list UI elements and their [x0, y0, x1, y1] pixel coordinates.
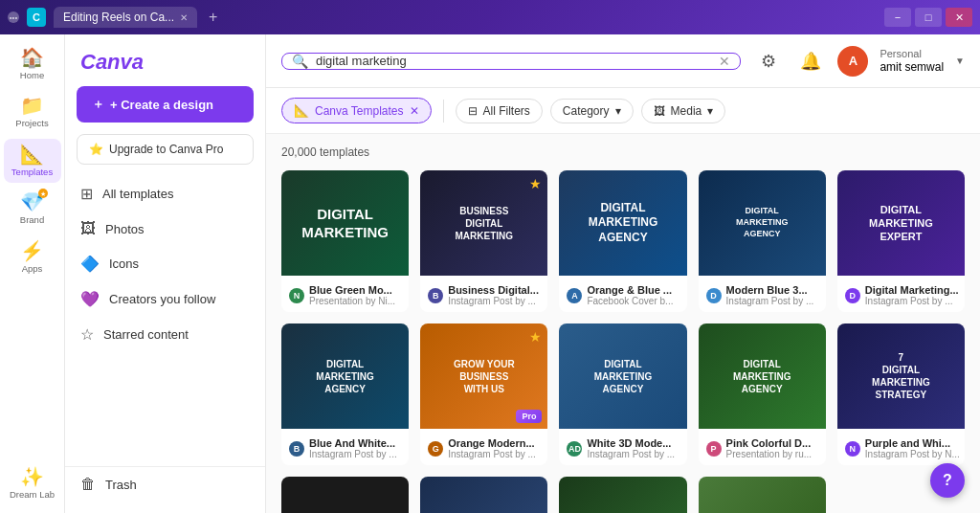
templates-grid: DIGITALMARKETING N Blue Green Mo... Pres… — [281, 170, 965, 513]
brand-icon: 💎 ★ — [20, 192, 44, 212]
main-content: 🔍 ✕ ⚙ 🔔 A Personal amit semwal ▼ 📐 Canva… — [266, 34, 980, 513]
sidebar-item-templates[interactable]: 📐 Templates — [4, 139, 61, 183]
card-avatar: N — [289, 288, 304, 303]
projects-icon: 📁 — [20, 96, 44, 115]
card-avatar: AD — [567, 441, 582, 457]
dreamlab-icon: ✨ — [20, 467, 44, 486]
home-icon: 🏠 — [20, 48, 44, 67]
category-filter[interactable]: Category ▾ — [550, 99, 634, 123]
media-chevron-icon: ▾ — [707, 104, 713, 118]
new-tab-button[interactable]: + — [209, 9, 217, 26]
avatar[interactable]: A — [837, 46, 868, 77]
filter-bar: 📐 Canva Templates ✕ ⊟ All Filters Catego… — [266, 88, 980, 134]
templates-icon: 📐 — [20, 145, 44, 164]
starred-icon: ★ — [529, 329, 542, 345]
all-filters-button[interactable]: ⊟ All Filters — [456, 99, 543, 123]
filter-sliders-icon: ⊟ — [468, 104, 478, 118]
template-card[interactable]: 7DigitalMarketingStrategy N Purple and W… — [837, 323, 965, 465]
category-chevron-icon: ▾ — [615, 104, 621, 118]
trash-item[interactable]: 🗑 Trash — [65, 466, 265, 502]
sidebar-item-apps[interactable]: ⚡ Apps — [4, 235, 61, 279]
panel: Canva ＋ + Create a design ⭐ Upgrade to C… — [65, 34, 266, 513]
template-card[interactable]: DigitalMarketingAgency AD White 3D Mode.… — [559, 323, 686, 465]
browser-menu[interactable]: ••• — [8, 11, 19, 23]
maximize-button[interactable]: □ — [915, 8, 942, 27]
template-card[interactable]: DIGITALMARKETING N Blue Green Mo... Pres… — [281, 170, 409, 312]
browser-logo-icon: C — [27, 8, 46, 27]
panel-item-creators[interactable]: 💜 Creators you follow — [65, 281, 265, 317]
sidebar-item-brand[interactable]: 💎 ★ Brand — [4, 187, 61, 231]
template-card[interactable]: Green Elegant JR Green Elegant... Instag… — [699, 477, 826, 513]
search-icon: 🔍 — [292, 54, 308, 69]
filter-divider — [443, 100, 444, 123]
template-card[interactable]: RELAX. O Orange Modern... Instagram Post… — [281, 477, 409, 513]
close-tab-button[interactable]: ✕ — [180, 12, 188, 23]
sidebar: 🏠 Home 📁 Projects 📐 Templates 💎 ★ Brand … — [0, 34, 65, 513]
star-icon: ⭐ — [89, 143, 103, 156]
grid-icon: ⊞ — [80, 185, 93, 203]
tab-label: Editing Reels on Ca... — [63, 11, 174, 24]
panel-item-icons[interactable]: 🔷 Icons — [65, 246, 265, 281]
canva-templates-filter[interactable]: 📐 Canva Templates ✕ — [281, 98, 432, 123]
card-avatar: B — [428, 288, 443, 303]
sidebar-item-home[interactable]: 🏠 Home — [4, 42, 61, 86]
sidebar-item-projects[interactable]: 📁 Projects — [4, 90, 61, 134]
trash-icon: 🗑 — [80, 476, 96, 493]
template-card[interactable]: DIGITALMARKETINGAGENCY P Pink Colorful D… — [699, 323, 826, 465]
search-input[interactable] — [316, 54, 711, 68]
card-avatar: G — [428, 441, 443, 457]
notifications-button[interactable]: 🔔 — [795, 46, 826, 77]
header-right: ⚙ 🔔 A Personal amit semwal ▼ — [753, 46, 965, 77]
create-design-button[interactable]: ＋ + Create a design — [77, 86, 254, 123]
creators-icon: 💜 — [80, 290, 100, 308]
star-menu-icon: ☆ — [80, 325, 94, 344]
minimize-button[interactable]: − — [884, 8, 911, 27]
panel-item-starred[interactable]: ☆ Starred content — [65, 317, 265, 352]
remove-filter-button[interactable]: ✕ — [410, 104, 419, 118]
template-card[interactable]: GROW YOURBUSINESSWITH US ★ Pro G Orange … — [420, 323, 547, 465]
active-tab[interactable]: Editing Reels on Ca... ✕ — [54, 7, 197, 28]
panel-item-all-templates[interactable]: ⊞ All templates — [65, 176, 265, 212]
app-container: 🏠 Home 📁 Projects 📐 Templates 💎 ★ Brand … — [0, 34, 980, 513]
icons-icon: 🔷 — [80, 255, 100, 273]
search-bar[interactable]: 🔍 ✕ — [281, 53, 741, 70]
media-filter[interactable]: 🖼 Media ▾ — [641, 99, 726, 123]
template-card[interactable]: DIGITALMARKETINGAGENCY D Modern Blue 3..… — [699, 170, 826, 312]
canva-templates-icon: 📐 — [294, 103, 309, 118]
settings-button[interactable]: ⚙ — [753, 46, 784, 77]
template-card[interactable]: DigitalMarketing D Digital Marketing Ins… — [559, 477, 686, 513]
pro-badge: Pro — [516, 410, 542, 423]
help-button[interactable]: ? — [930, 463, 965, 498]
card-avatar: N — [845, 441, 860, 457]
card-avatar: D — [706, 288, 722, 303]
photos-icon: 🖼 — [80, 220, 96, 237]
results-count: 20,000 templates — [281, 145, 965, 159]
user-menu-chevron[interactable]: ▼ — [955, 56, 965, 66]
panel-item-photos[interactable]: 🖼 Photos — [65, 212, 265, 246]
clear-search-button[interactable]: ✕ — [719, 54, 730, 69]
template-card[interactable]: DigitalMarketingAgency A Orange & Blue .… — [559, 170, 686, 312]
card-avatar: P — [706, 441, 722, 457]
user-info[interactable]: Personal amit semwal — [880, 47, 944, 76]
content-area: 20,000 templates DIGITALMARKETING N Blue… — [266, 134, 980, 513]
upgrade-button[interactable]: ⭐ Upgrade to Canva Pro — [77, 134, 254, 165]
window-controls: − □ ✕ — [884, 8, 972, 27]
template-card[interactable]: DigitalMarketingAgency B Blue And White.… — [281, 323, 409, 465]
card-avatar: B — [289, 441, 304, 457]
apps-icon: ⚡ — [20, 241, 44, 260]
close-button[interactable]: ✕ — [946, 8, 972, 27]
card-avatar: A — [567, 288, 582, 303]
template-card[interactable]: BUSINESSDIGITALMARKETING ★ B Business Di… — [420, 170, 547, 312]
media-icon: 🖼 — [654, 104, 665, 118]
canva-logo: Canva — [65, 46, 265, 86]
card-avatar: D — [845, 288, 860, 303]
titlebar: ••• C Editing Reels on Ca... ✕ + − □ ✕ — [0, 0, 980, 34]
plus-icon: ＋ — [92, 96, 104, 113]
sidebar-item-dreamlab[interactable]: ✨ Dream Lab — [4, 461, 61, 505]
template-card[interactable]: SMARTMARKETINGSTARTS S Smart Marketing..… — [420, 477, 547, 513]
header: 🔍 ✕ ⚙ 🔔 A Personal amit semwal ▼ — [266, 34, 980, 88]
browser-menu-dot[interactable]: ••• — [8, 11, 19, 23]
template-card[interactable]: DigitalMarketingExpert D Digital Marketi… — [837, 170, 965, 312]
